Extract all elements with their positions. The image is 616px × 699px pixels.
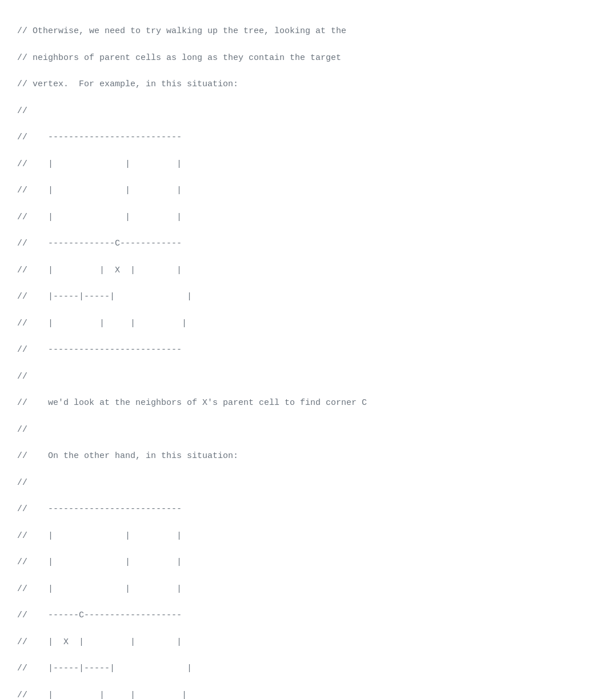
comment-line-23: // ------C------------------- <box>17 610 182 620</box>
comment-line-25: // |-----|-----| | <box>17 664 192 673</box>
comment-line-21: // | | | <box>17 557 182 567</box>
comment-line-3: // vertex. For example, in this situatio… <box>17 79 238 89</box>
comment-line-24: // | X | | | <box>17 637 182 647</box>
comment-line-7: // | | | <box>17 186 182 195</box>
comment-line-20: // | | | <box>17 531 182 541</box>
comment-line-16: // <box>17 425 27 435</box>
comment-line-11: // |-----|-----| | <box>17 292 192 302</box>
comment-line-5: // -------------------------- <box>17 132 182 142</box>
comment-line-6: // | | | <box>17 159 182 169</box>
comment-line-18: // <box>17 478 27 488</box>
comment-line-8: // | | | <box>17 212 182 222</box>
comment-line-13: // -------------------------- <box>17 345 182 355</box>
comment-line-1: // Otherwise, we need to try walking up … <box>17 26 346 36</box>
code-comment-block: // Otherwise, we need to try walking up … <box>17 11 599 699</box>
comment-line-2: // neighbors of parent cells as long as … <box>17 53 341 63</box>
comment-line-26: // | | | | <box>17 690 187 699</box>
comment-line-22: // | | | <box>17 584 182 594</box>
comment-line-14: // <box>17 372 27 381</box>
comment-line-12: // | | | | <box>17 319 187 328</box>
comment-line-10: // | | X | | <box>17 266 182 275</box>
comment-line-4: // <box>17 106 27 116</box>
comment-line-9: // -------------C------------ <box>17 239 182 248</box>
comment-line-19: // -------------------------- <box>17 504 182 514</box>
comment-line-15: // we'd look at the neighbors of X's par… <box>17 398 367 408</box>
comment-line-17: // On the other hand, in this situation: <box>17 451 238 461</box>
